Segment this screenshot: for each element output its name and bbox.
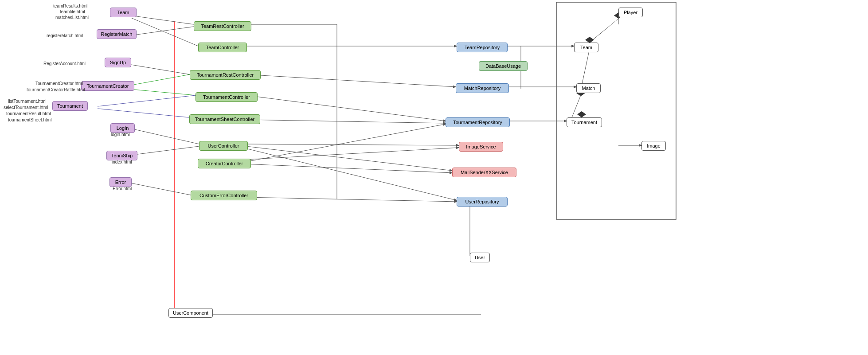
label-index: index.html xyxy=(112,160,132,164)
node-tournament-view: Tournament xyxy=(52,101,88,111)
label-registeraccount: RegisterAccount.html xyxy=(43,61,86,66)
svg-line-21 xyxy=(246,148,459,160)
node-signup: SignUp xyxy=(105,58,131,67)
node-match: Match xyxy=(576,83,601,93)
label-error: Error.html xyxy=(113,186,132,191)
node-match-repository: MatchRepository xyxy=(456,83,509,93)
svg-line-3 xyxy=(131,27,194,35)
node-tournament-rest-controller: TournamentRestController xyxy=(190,70,261,80)
svg-line-16 xyxy=(246,144,459,145)
node-tournament-controller: TournamentController xyxy=(195,92,258,102)
node-team-rest-controller: TeamRestController xyxy=(194,21,251,31)
svg-line-2 xyxy=(131,18,198,46)
node-tournament-repository: TournamentRepository xyxy=(446,117,510,127)
svg-marker-37 xyxy=(577,111,586,117)
svg-line-14 xyxy=(246,95,446,121)
svg-line-11 xyxy=(131,183,191,195)
node-error-view: Error xyxy=(109,177,132,187)
label-registermatch: registerMatch.html xyxy=(47,33,83,38)
node-tournament-model: Tournament xyxy=(567,117,602,127)
svg-line-38 xyxy=(572,95,581,117)
svg-line-6 xyxy=(124,89,195,95)
node-player: Player xyxy=(618,8,643,17)
node-creator-controller: CreatorController xyxy=(198,159,251,168)
diagram-container: Team RegisterMatch SignUp TournamentCrea… xyxy=(0,0,868,355)
node-register-match: RegisterMatch xyxy=(97,29,137,39)
svg-line-15 xyxy=(246,120,446,123)
node-team-view: Team xyxy=(110,8,137,17)
svg-line-4 xyxy=(129,64,190,74)
node-mail-sender-service: MailSenderXXService xyxy=(452,168,516,177)
node-user-component: UserComponent xyxy=(168,308,213,318)
svg-line-1 xyxy=(131,16,194,24)
svg-line-33 xyxy=(585,19,618,46)
label-matcheslist: matchesList.html xyxy=(55,15,89,20)
node-image: Image xyxy=(641,141,666,151)
node-image-service: ImageService xyxy=(459,142,503,152)
label-tournamentcreatorraffle: tournamentCreatorRaffle.html xyxy=(27,87,85,92)
svg-marker-34 xyxy=(585,37,594,43)
node-user-controller: UserController xyxy=(199,141,248,151)
svg-line-19 xyxy=(246,124,446,162)
svg-line-7 xyxy=(98,95,195,106)
node-tennisship: TenniShip xyxy=(106,151,137,160)
node-custom-error-controller: CustomErrorController xyxy=(191,191,257,200)
svg-line-20 xyxy=(246,164,452,173)
svg-rect-30 xyxy=(556,2,676,219)
svg-line-18 xyxy=(246,148,457,200)
label-tournamentcreator: TournamentCreator.html xyxy=(35,81,83,86)
svg-line-17 xyxy=(246,146,452,171)
svg-line-10 xyxy=(131,146,199,155)
label-selecttournament: selectTournament.html xyxy=(4,105,48,110)
label-teamresults: teamResults.html xyxy=(53,4,87,8)
node-team-repository: TeamRepository xyxy=(457,43,508,52)
node-team-controller: TeamController xyxy=(198,43,247,52)
label-login: login.html xyxy=(111,132,130,137)
svg-line-22 xyxy=(246,197,457,202)
node-user: User xyxy=(470,253,490,262)
svg-line-13 xyxy=(246,74,456,87)
node-team-model: Team xyxy=(574,43,598,52)
node-tournament-sheet-controller: TournamentSheetController xyxy=(189,114,260,124)
svg-line-8 xyxy=(98,109,189,117)
label-listtournament: listTournament.html xyxy=(8,99,47,104)
label-tournamentsheet: tournamentSheet.html xyxy=(8,117,51,122)
node-user-repository: UserRepository xyxy=(457,197,508,207)
label-tournamentresult: tournamentResult.html xyxy=(6,111,51,116)
svg-line-9 xyxy=(131,129,199,144)
node-database-usage: DataBaseUsage xyxy=(479,61,528,71)
label-teamfile: teamfile.html xyxy=(60,9,85,14)
node-tournament-creator: TournamentCreator xyxy=(81,81,134,91)
node-login: LogIn xyxy=(110,123,135,133)
